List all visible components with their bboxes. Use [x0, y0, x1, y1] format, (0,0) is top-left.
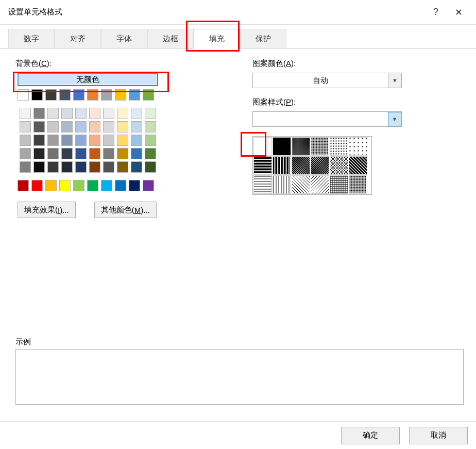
color-swatch[interactable]	[143, 180, 154, 191]
color-swatch[interactable]	[117, 161, 128, 173]
pattern-cell[interactable]	[311, 137, 329, 156]
color-swatch[interactable]	[89, 161, 100, 173]
tab-border[interactable]: 边框	[147, 29, 194, 48]
color-swatch[interactable]	[75, 135, 87, 146]
color-swatch[interactable]	[145, 121, 156, 132]
color-swatch[interactable]	[131, 121, 142, 132]
close-button[interactable]: ✕	[447, 1, 470, 24]
color-swatch[interactable]	[33, 161, 45, 173]
color-swatch[interactable]	[75, 121, 87, 132]
color-swatch[interactable]	[33, 108, 45, 119]
color-swatch[interactable]	[89, 135, 100, 146]
pattern-cell[interactable]	[330, 156, 348, 175]
color-swatch[interactable]	[47, 108, 59, 119]
pattern-cell[interactable]	[292, 175, 310, 194]
color-swatch[interactable]	[143, 89, 154, 101]
color-swatch[interactable]	[59, 89, 71, 101]
color-swatch[interactable]	[103, 135, 114, 146]
color-swatch[interactable]	[145, 161, 156, 173]
color-swatch[interactable]	[20, 121, 31, 132]
pattern-cell[interactable]	[349, 156, 367, 175]
color-swatch[interactable]	[131, 148, 142, 159]
color-swatch[interactable]	[47, 148, 59, 159]
color-swatch[interactable]	[33, 148, 45, 159]
pattern-cell[interactable]	[273, 175, 291, 194]
color-swatch[interactable]	[89, 121, 100, 132]
color-swatch[interactable]	[117, 148, 128, 159]
pattern-color-combo[interactable]: 自动 ▼	[252, 73, 402, 88]
color-swatch[interactable]	[31, 180, 43, 191]
color-swatch[interactable]	[103, 121, 114, 132]
color-swatch[interactable]	[75, 161, 87, 173]
pattern-cell[interactable]	[253, 156, 272, 175]
color-swatch[interactable]	[115, 89, 126, 101]
color-swatch[interactable]	[87, 180, 98, 191]
color-swatch[interactable]	[103, 161, 114, 173]
no-color-button[interactable]: 无颜色	[18, 73, 158, 86]
color-swatch[interactable]	[145, 148, 156, 159]
color-swatch[interactable]	[20, 161, 31, 173]
color-swatch[interactable]	[45, 180, 57, 191]
color-swatch[interactable]	[87, 89, 98, 101]
color-swatch[interactable]	[73, 89, 84, 101]
color-swatch[interactable]	[59, 180, 71, 191]
cancel-button[interactable]: 取消	[409, 427, 468, 444]
help-button[interactable]: ?	[424, 1, 447, 24]
color-swatch[interactable]	[89, 148, 100, 159]
color-swatch[interactable]	[117, 135, 128, 146]
tab-protection[interactable]: 保护	[240, 29, 286, 48]
color-swatch[interactable]	[75, 108, 87, 119]
color-swatch[interactable]	[129, 180, 140, 191]
chevron-down-icon[interactable]: ▼	[388, 112, 401, 126]
color-swatch[interactable]	[61, 135, 73, 146]
color-swatch[interactable]	[18, 89, 29, 101]
pattern-cell[interactable]	[292, 137, 310, 156]
color-swatch[interactable]	[61, 121, 73, 132]
pattern-cell[interactable]	[330, 175, 348, 194]
color-swatch[interactable]	[129, 89, 140, 101]
color-swatch[interactable]	[145, 135, 156, 146]
tab-font[interactable]: 字体	[101, 29, 147, 48]
pattern-cell[interactable]	[349, 137, 367, 156]
color-swatch[interactable]	[47, 161, 59, 173]
tab-fill[interactable]: 填充	[194, 29, 240, 48]
color-swatch[interactable]	[61, 108, 73, 119]
color-swatch[interactable]	[115, 180, 126, 191]
fill-effects-button[interactable]: 填充效果(I)...	[18, 202, 76, 218]
color-swatch[interactable]	[145, 108, 156, 119]
color-swatch[interactable]	[20, 148, 31, 159]
color-swatch[interactable]	[89, 108, 100, 119]
color-swatch[interactable]	[131, 161, 142, 173]
tab-number[interactable]: 数字	[8, 29, 55, 48]
color-swatch[interactable]	[73, 180, 84, 191]
pattern-cell[interactable]	[330, 137, 348, 156]
color-swatch[interactable]	[31, 89, 43, 101]
color-swatch[interactable]	[20, 135, 31, 146]
pattern-cell[interactable]	[253, 137, 272, 156]
color-swatch[interactable]	[117, 108, 128, 119]
ok-button[interactable]: 确定	[341, 427, 400, 444]
color-swatch[interactable]	[33, 121, 45, 132]
color-swatch[interactable]	[101, 180, 112, 191]
pattern-cell[interactable]	[273, 156, 291, 175]
color-swatch[interactable]	[18, 180, 29, 191]
pattern-cell[interactable]	[311, 156, 329, 175]
color-swatch[interactable]	[45, 89, 57, 101]
color-swatch[interactable]	[47, 121, 59, 132]
color-swatch[interactable]	[131, 108, 142, 119]
pattern-style-combo[interactable]: ▼	[252, 111, 402, 127]
pattern-cell[interactable]	[253, 175, 272, 194]
color-swatch[interactable]	[61, 148, 73, 159]
color-swatch[interactable]	[33, 135, 45, 146]
color-swatch[interactable]	[61, 161, 73, 173]
color-swatch[interactable]	[47, 135, 59, 146]
color-swatch[interactable]	[131, 135, 142, 146]
color-swatch[interactable]	[103, 148, 114, 159]
pattern-cell[interactable]	[273, 137, 291, 156]
color-swatch[interactable]	[103, 108, 114, 119]
pattern-cell[interactable]	[292, 156, 310, 175]
pattern-cell[interactable]	[349, 175, 367, 194]
chevron-down-icon[interactable]: ▼	[388, 73, 401, 88]
more-colors-button[interactable]: 其他颜色(M)...	[94, 202, 157, 218]
color-swatch[interactable]	[75, 148, 87, 159]
